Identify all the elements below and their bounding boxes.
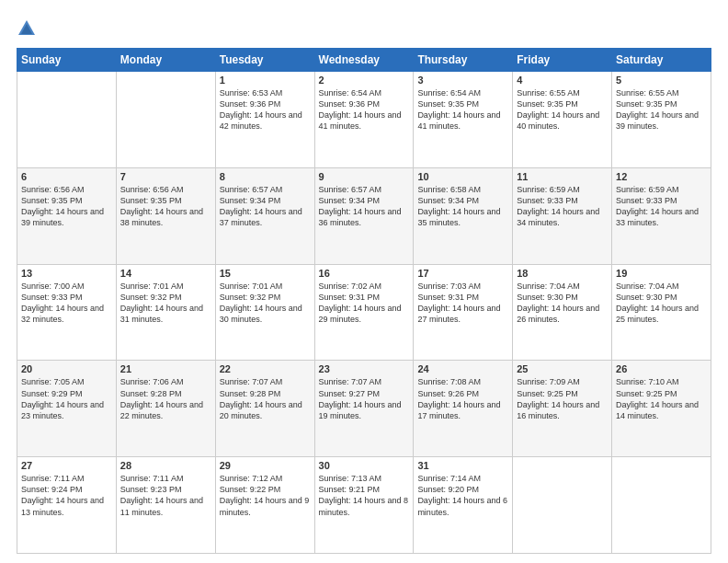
calendar-cell: 10Sunrise: 6:58 AMSunset: 9:34 PMDayligh… [414,167,513,264]
day-number: 14 [120,268,211,279]
week-row-2: 6Sunrise: 6:56 AMSunset: 9:35 PMDaylight… [17,167,711,264]
weekday-header-thursday: Thursday [414,49,513,72]
day-number: 4 [517,75,608,86]
day-number: 22 [220,363,311,374]
day-number: 19 [616,268,707,279]
day-number: 28 [120,460,211,471]
calendar-cell: 25Sunrise: 7:09 AMSunset: 9:25 PMDayligh… [513,361,612,457]
day-number: 16 [319,268,410,279]
day-info: Sunrise: 7:13 AMSunset: 9:21 PMDaylight:… [319,473,410,518]
calendar-cell: 16Sunrise: 7:02 AMSunset: 9:31 PMDayligh… [314,264,414,361]
calendar-cell [116,72,215,168]
day-info: Sunrise: 6:58 AMSunset: 9:34 PMDaylight:… [417,184,508,229]
day-number: 31 [417,460,508,471]
day-info: Sunrise: 7:06 AMSunset: 9:28 PMDaylight:… [120,376,211,421]
calendar-cell: 11Sunrise: 6:59 AMSunset: 9:33 PMDayligh… [513,167,612,264]
day-number: 3 [417,75,508,86]
weekday-header-tuesday: Tuesday [215,49,314,72]
calendar-cell: 12Sunrise: 6:59 AMSunset: 9:33 PMDayligh… [612,167,711,264]
day-info: Sunrise: 6:53 AMSunset: 9:36 PMDaylight:… [220,87,311,132]
day-info: Sunrise: 6:54 AMSunset: 9:35 PMDaylight:… [417,87,508,132]
day-number: 20 [21,363,112,374]
day-info: Sunrise: 7:01 AMSunset: 9:32 PMDaylight:… [120,281,211,326]
day-info: Sunrise: 7:08 AMSunset: 9:26 PMDaylight:… [417,376,508,421]
day-number: 6 [21,171,112,182]
day-number: 17 [417,268,508,279]
day-info: Sunrise: 6:57 AMSunset: 9:34 PMDaylight:… [220,184,311,229]
day-number: 23 [319,363,410,374]
week-row-1: 1Sunrise: 6:53 AMSunset: 9:36 PMDaylight… [17,72,711,168]
week-row-4: 20Sunrise: 7:05 AMSunset: 9:29 PMDayligh… [17,361,711,457]
day-info: Sunrise: 6:57 AMSunset: 9:34 PMDaylight:… [319,184,410,229]
calendar-cell: 4Sunrise: 6:55 AMSunset: 9:35 PMDaylight… [513,72,612,168]
day-info: Sunrise: 7:03 AMSunset: 9:31 PMDaylight:… [417,281,508,326]
week-row-3: 13Sunrise: 7:00 AMSunset: 9:33 PMDayligh… [17,264,711,361]
calendar-cell: 3Sunrise: 6:54 AMSunset: 9:35 PMDaylight… [414,72,513,168]
day-number: 13 [21,268,112,279]
day-number: 8 [220,171,311,182]
day-number: 25 [517,363,608,374]
day-info: Sunrise: 6:59 AMSunset: 9:33 PMDaylight:… [616,184,707,229]
day-info: Sunrise: 7:09 AMSunset: 9:25 PMDaylight:… [517,376,608,421]
day-number: 30 [319,460,410,471]
weekday-header-friday: Friday [513,49,612,72]
calendar-cell: 8Sunrise: 6:57 AMSunset: 9:34 PMDaylight… [215,167,314,264]
weekday-header-wednesday: Wednesday [314,49,414,72]
calendar-cell: 1Sunrise: 6:53 AMSunset: 9:36 PMDaylight… [215,72,314,168]
day-info: Sunrise: 6:55 AMSunset: 9:35 PMDaylight:… [616,87,707,132]
calendar-cell: 29Sunrise: 7:12 AMSunset: 9:22 PMDayligh… [215,457,314,554]
day-number: 5 [616,75,707,86]
day-number: 11 [517,171,608,182]
calendar-cell: 6Sunrise: 6:56 AMSunset: 9:35 PMDaylight… [17,167,117,264]
calendar-cell: 13Sunrise: 7:00 AMSunset: 9:33 PMDayligh… [17,264,117,361]
day-info: Sunrise: 6:55 AMSunset: 9:35 PMDaylight:… [517,87,608,132]
day-info: Sunrise: 7:10 AMSunset: 9:25 PMDaylight:… [616,376,707,421]
calendar-cell: 23Sunrise: 7:07 AMSunset: 9:27 PMDayligh… [314,361,414,457]
weekday-header-saturday: Saturday [612,49,711,72]
weekday-header-row: SundayMondayTuesdayWednesdayThursdayFrid… [17,49,711,72]
day-number: 10 [417,171,508,182]
page: SundayMondayTuesdayWednesdayThursdayFrid… [0,0,728,563]
day-info: Sunrise: 6:59 AMSunset: 9:33 PMDaylight:… [517,184,608,229]
calendar-cell: 21Sunrise: 7:06 AMSunset: 9:28 PMDayligh… [116,361,215,457]
calendar-cell: 26Sunrise: 7:10 AMSunset: 9:25 PMDayligh… [612,361,711,457]
logo [17,17,40,39]
header [17,17,711,39]
day-info: Sunrise: 7:05 AMSunset: 9:29 PMDaylight:… [21,376,112,421]
day-number: 18 [517,268,608,279]
day-info: Sunrise: 7:01 AMSunset: 9:32 PMDaylight:… [220,281,311,326]
day-info: Sunrise: 6:56 AMSunset: 9:35 PMDaylight:… [120,184,211,229]
calendar-cell: 17Sunrise: 7:03 AMSunset: 9:31 PMDayligh… [414,264,513,361]
day-number: 9 [319,171,410,182]
day-info: Sunrise: 7:00 AMSunset: 9:33 PMDaylight:… [21,281,112,326]
day-number: 24 [417,363,508,374]
day-info: Sunrise: 7:11 AMSunset: 9:23 PMDaylight:… [120,473,211,518]
day-number: 29 [220,460,311,471]
day-info: Sunrise: 7:12 AMSunset: 9:22 PMDaylight:… [220,473,311,518]
day-info: Sunrise: 7:07 AMSunset: 9:28 PMDaylight:… [220,376,311,421]
calendar-cell: 2Sunrise: 6:54 AMSunset: 9:36 PMDaylight… [314,72,414,168]
calendar-cell: 31Sunrise: 7:14 AMSunset: 9:20 PMDayligh… [414,457,513,554]
weekday-header-monday: Monday [116,49,215,72]
day-number: 26 [616,363,707,374]
day-info: Sunrise: 7:11 AMSunset: 9:24 PMDaylight:… [21,473,112,518]
calendar-cell: 7Sunrise: 6:56 AMSunset: 9:35 PMDaylight… [116,167,215,264]
day-number: 15 [220,268,311,279]
calendar-cell: 30Sunrise: 7:13 AMSunset: 9:21 PMDayligh… [314,457,414,554]
day-info: Sunrise: 6:54 AMSunset: 9:36 PMDaylight:… [319,87,410,132]
logo-icon [17,18,37,39]
day-info: Sunrise: 7:14 AMSunset: 9:20 PMDaylight:… [417,473,508,518]
calendar-cell: 20Sunrise: 7:05 AMSunset: 9:29 PMDayligh… [17,361,117,457]
day-info: Sunrise: 7:04 AMSunset: 9:30 PMDaylight:… [517,281,608,326]
calendar-cell [612,457,711,554]
calendar-cell: 27Sunrise: 7:11 AMSunset: 9:24 PMDayligh… [17,457,117,554]
day-number: 27 [21,460,112,471]
calendar-cell [513,457,612,554]
calendar-cell: 5Sunrise: 6:55 AMSunset: 9:35 PMDaylight… [612,72,711,168]
day-number: 1 [220,75,311,86]
calendar-cell: 9Sunrise: 6:57 AMSunset: 9:34 PMDaylight… [314,167,414,264]
week-row-5: 27Sunrise: 7:11 AMSunset: 9:24 PMDayligh… [17,457,711,554]
calendar-cell: 22Sunrise: 7:07 AMSunset: 9:28 PMDayligh… [215,361,314,457]
calendar-cell: 19Sunrise: 7:04 AMSunset: 9:30 PMDayligh… [612,264,711,361]
day-number: 7 [120,171,211,182]
